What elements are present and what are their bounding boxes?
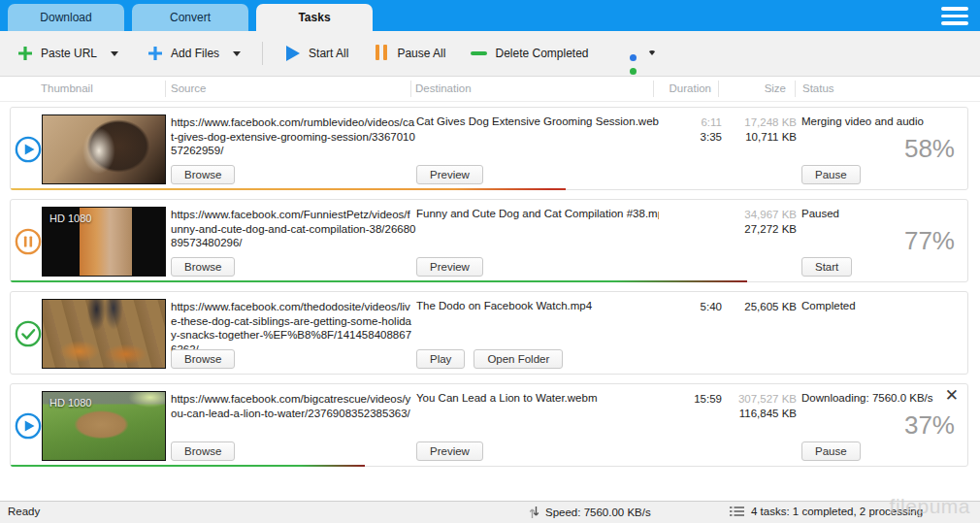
start-all-button[interactable]: Start All: [277, 39, 356, 68]
status-bar: Ready Speed: 7560.00 KB/s 4 tasks: 1 com…: [0, 501, 980, 523]
progress-bar: [11, 465, 365, 467]
browse-button[interactable]: Browse: [171, 441, 235, 461]
source-url: https://www.facebook.com/bigcatrescue/vi…: [171, 392, 416, 420]
column-status: Status: [802, 82, 834, 94]
start-button[interactable]: Start: [801, 257, 852, 277]
menu-icon[interactable]: [941, 7, 968, 25]
video-thumbnail: [42, 299, 166, 369]
column-thumbnail: Thumbnail: [41, 82, 93, 94]
minus-icon: [471, 51, 487, 55]
destination-filename: Cat Gives Dog Extensive Grooming Session…: [416, 115, 659, 127]
column-size: Size: [718, 82, 786, 94]
play-button[interactable]: Play: [416, 349, 465, 369]
size-done: 116,845 KB: [727, 407, 797, 421]
browse-button[interactable]: Browse: [171, 165, 235, 184]
column-source: Source: [171, 82, 206, 94]
ready-status: Ready: [8, 506, 40, 517]
column-separator: [718, 81, 719, 97]
progress-bar: [11, 280, 747, 282]
column-separator: [653, 81, 654, 97]
task-list: https://www.facebook.com/rumblevideo/vid…: [0, 102, 980, 467]
pause-icon: [374, 45, 389, 63]
column-separator: [410, 81, 411, 97]
speed-text: Speed: 7560.00 KB/s: [545, 507, 651, 518]
table-header: Thumbnail Source Destination Duration Si…: [0, 77, 980, 102]
duration-done: 3:35: [646, 130, 722, 145]
duration-total: 5:40: [646, 300, 722, 314]
preview-button[interactable]: Preview: [416, 257, 483, 277]
chevron-down-icon[interactable]: [233, 51, 241, 56]
column-separator: [795, 81, 796, 97]
add-files-button[interactable]: Add Files: [140, 40, 248, 67]
dots-icon: [630, 50, 637, 57]
status-text: Paused: [801, 208, 968, 219]
status-text: Completed: [801, 300, 968, 311]
video-thumbnail: [42, 114, 166, 184]
video-thumbnail: HD 1080: [42, 391, 166, 461]
destination-filename: Funny and Cute Dog and Cat Compilation #…: [416, 208, 659, 219]
speed-indicator: Speed: 7560.00 KB/s: [529, 506, 651, 519]
app-window: Download Convert Tasks Paste URL Add Fil…: [0, 0, 980, 523]
size-done: 10,711 KB: [727, 130, 797, 145]
source-url: https://www.facebook.com/rumblevideo/vid…: [171, 115, 416, 158]
chevron-down-icon[interactable]: [111, 51, 118, 56]
tab-convert-label: Convert: [170, 11, 211, 24]
delete-completed-label: Delete Completed: [495, 47, 588, 60]
hd-badge: HD 1080: [49, 397, 91, 409]
duration-total: 6:11: [646, 115, 722, 130]
add-files-label: Add Files: [171, 47, 219, 60]
open-folder-button[interactable]: Open Folder: [474, 349, 563, 369]
task-row-1: https://www.facebook.com/rumblevideo/vid…: [10, 107, 968, 190]
title-bar: Download Convert Tasks: [0, 0, 980, 31]
paste-url-button[interactable]: Paste URL: [10, 40, 126, 67]
browse-button[interactable]: Browse: [171, 349, 235, 369]
status-text: Downloading: 7560.0 KB/s: [801, 392, 968, 404]
size-total: 34,967 KB: [727, 208, 797, 222]
tab-tasks[interactable]: Tasks: [256, 4, 373, 31]
pause-all-label: Pause All: [397, 47, 445, 60]
tab-tasks-label: Tasks: [298, 11, 330, 24]
pause-button[interactable]: Pause: [801, 441, 861, 461]
column-destination: Destination: [415, 82, 472, 94]
preview-button[interactable]: Preview: [416, 165, 483, 184]
chevron-down-icon: [648, 50, 656, 57]
status-text: Merging video and audio: [801, 115, 968, 127]
source-url: https://www.facebook.com/thedodosite/vid…: [171, 300, 416, 356]
plus-icon: [147, 46, 163, 61]
destination-filename: You Can Lead a Lion to Water.webm: [416, 392, 659, 404]
start-all-label: Start All: [309, 47, 348, 60]
delete-completed-button[interactable]: Delete Completed: [463, 41, 596, 66]
play-circle-icon[interactable]: [15, 136, 42, 163]
size-done: 27,272 KB: [727, 222, 797, 237]
destination-filename: The Dodo on Facebook Watch.mp4: [416, 300, 659, 311]
pause-all-button[interactable]: Pause All: [366, 39, 453, 69]
task-row-4: HD 1080 https://www.facebook.com/bigcatr…: [10, 383, 968, 467]
tab-convert[interactable]: Convert: [132, 4, 248, 31]
paste-url-label: Paste URL: [41, 47, 97, 60]
close-icon[interactable]: ✕: [945, 387, 959, 404]
toolbar-separator: [262, 42, 263, 65]
duration-total: 15:59: [646, 392, 722, 407]
check-circle-icon: [15, 320, 42, 347]
more-options-button[interactable]: [622, 45, 668, 63]
size-total: 25,605 KB: [727, 300, 797, 314]
column-separator: [165, 81, 166, 97]
pause-button[interactable]: Pause: [801, 165, 861, 184]
progress-percent: 37%: [904, 410, 955, 441]
source-url: https://www.facebook.com/FunniestPetz/vi…: [171, 208, 416, 250]
tab-download[interactable]: Download: [8, 4, 124, 31]
play-icon: [284, 45, 301, 62]
progress-percent: 77%: [904, 226, 955, 256]
hd-badge: HD 1080: [49, 212, 91, 224]
watermark: filepuma: [890, 495, 970, 518]
plus-icon: [17, 46, 33, 61]
play-circle-icon[interactable]: [15, 412, 42, 440]
browse-button[interactable]: Browse: [171, 257, 235, 277]
video-thumbnail: HD 1080: [42, 207, 166, 277]
preview-button[interactable]: Preview: [416, 441, 483, 461]
task-row-2: HD 1080 https://www.facebook.com/Funnies…: [10, 199, 968, 282]
toolbar: Paste URL Add Files Start All Pause All …: [0, 31, 980, 77]
tab-download-label: Download: [40, 11, 91, 24]
pause-circle-icon[interactable]: [15, 228, 42, 255]
speed-arrows-icon: [529, 506, 539, 519]
